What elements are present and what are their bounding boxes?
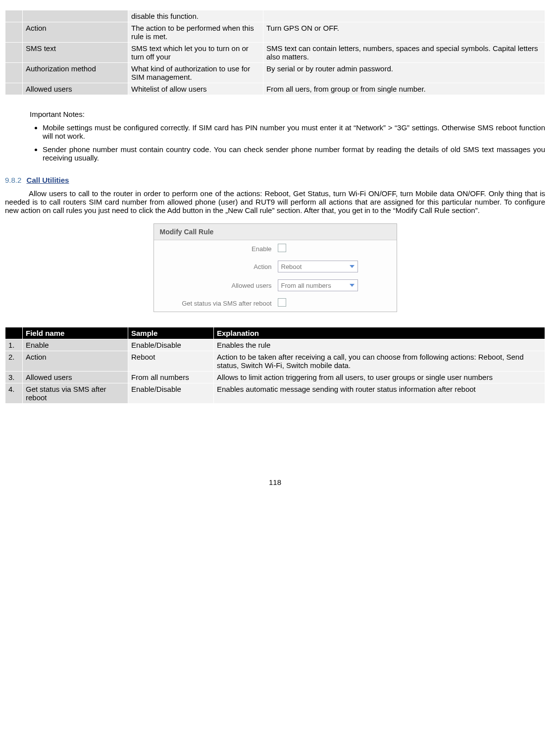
table-cell	[5, 10, 23, 22]
table-header: Explanation	[214, 327, 545, 339]
status-sms-checkbox[interactable]	[278, 298, 286, 307]
table-cell: SMS text which let you to turn on or tur…	[128, 43, 263, 63]
table-cell	[23, 10, 128, 22]
table-cell: Allows to limit action triggering from a…	[214, 372, 545, 383]
table-header: Field name	[23, 327, 128, 339]
table-cell: From all numbers	[128, 372, 214, 383]
table-cell: disable this function.	[128, 10, 263, 22]
table-cell: SMS text can contain letters, numbers, s…	[263, 43, 545, 63]
table-cell: 4.	[5, 383, 23, 404]
table-cell: Action to be taken after receiving a cal…	[214, 351, 545, 372]
table-cell: Enable/Disable	[128, 383, 214, 404]
table-cell: Turn GPS ON or OFF.	[263, 22, 545, 43]
table-cell	[5, 43, 23, 63]
table-cell: Enables automatic message sending with r…	[214, 383, 545, 404]
table-cell	[5, 83, 23, 95]
list-item: Mobile settings must be configured corre…	[43, 123, 545, 140]
table-cell: Allowed users	[23, 83, 128, 95]
notes-list: Mobile settings must be configured corre…	[34, 123, 545, 162]
table-cell: 2.	[5, 351, 23, 372]
table-cell: Whitelist of allow users	[128, 83, 263, 95]
chevron-down-icon	[349, 263, 356, 270]
table-cell: Allowed users	[23, 372, 128, 383]
section-paragraph: Allow users to call to the router in ord…	[5, 189, 545, 214]
table-cell	[5, 63, 23, 83]
table-cell: Enable	[23, 339, 128, 351]
modify-call-rule-panel: Modify Call Rule Enable Action Reboot Al…	[153, 223, 397, 312]
allowed-users-label: Allowed users	[163, 282, 278, 289]
params-table-1: disable this function. Action The action…	[5, 10, 545, 95]
action-select-value: Reboot	[281, 263, 302, 270]
table-cell: From all uers, from group or from single…	[263, 83, 545, 95]
table-cell: 3.	[5, 372, 23, 383]
table-cell: Get status via SMS after reboot	[23, 383, 128, 404]
enable-checkbox[interactable]	[278, 244, 286, 252]
section-heading: 9.8.2 Call Utilities	[5, 176, 545, 184]
table-header: Sample	[128, 327, 214, 339]
allowed-users-select[interactable]: From all numbers	[278, 279, 358, 291]
page-number: 118	[5, 478, 545, 486]
table-cell: Reboot	[128, 351, 214, 372]
table-cell: Action	[23, 351, 128, 372]
action-label: Action	[163, 263, 278, 270]
table-cell: What kind of authorization to use for SI…	[128, 63, 263, 83]
allowed-users-value: From all numbers	[281, 282, 331, 289]
section-number: 9.8.2	[5, 176, 21, 184]
table-cell	[263, 10, 545, 22]
table-cell: SMS text	[23, 43, 128, 63]
table-cell: The action to be performed when this rul…	[128, 22, 263, 43]
table-cell	[5, 22, 23, 43]
status-sms-label: Get status via SMS after reboot	[163, 300, 278, 307]
panel-title: Modify Call Rule	[154, 224, 397, 240]
chevron-down-icon	[349, 282, 356, 289]
table-cell: Authorization method	[23, 63, 128, 83]
table-header	[5, 327, 23, 339]
table-cell: 1.	[5, 339, 23, 351]
table-cell: By serial or by router admin password.	[263, 63, 545, 83]
notes-heading: Important Notes:	[30, 110, 545, 118]
table-cell: Enable/Disable	[128, 339, 214, 351]
table-cell: Enables the rule	[214, 339, 545, 351]
action-select[interactable]: Reboot	[278, 261, 358, 272]
list-item: Sender phone number must contain country…	[43, 145, 545, 162]
table-cell: Action	[23, 22, 128, 43]
params-table-2: Field name Sample Explanation 1. Enable …	[5, 327, 545, 404]
section-title: Call Utilities	[27, 176, 69, 184]
enable-label: Enable	[163, 245, 278, 253]
